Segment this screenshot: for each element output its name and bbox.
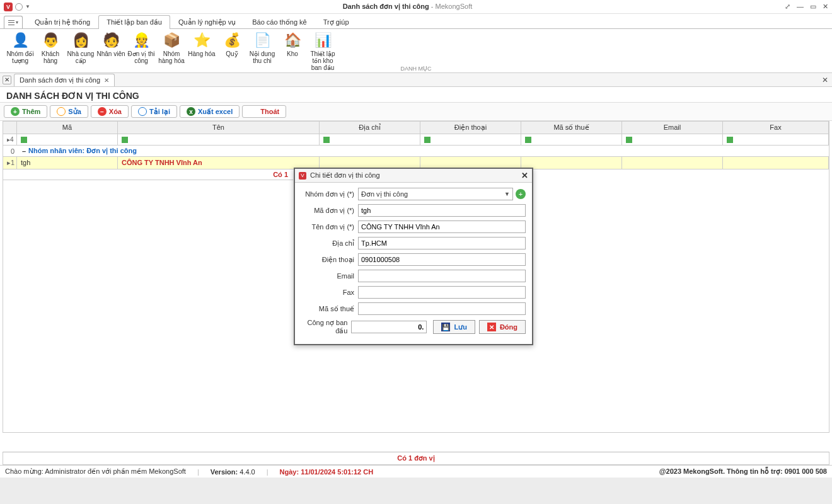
tool-nhan-vien[interactable]: 🧑Nhân viên: [96, 32, 126, 71]
dialog-close-icon[interactable]: ✕: [521, 171, 528, 180]
ten-input[interactable]: [358, 220, 526, 233]
export-excel-button[interactable]: xXuất excel: [180, 105, 240, 118]
doctab-danh-sach[interactable]: Danh sách đơn vị thi công ✕: [14, 74, 115, 86]
inventory-icon: 📊: [314, 32, 332, 49]
ribbon-toolbar: 👤Nhóm đối tượng 👨Khách hàng 👩Nhà cung cấ…: [0, 29, 832, 73]
maximize-icon[interactable]: ▭: [810, 3, 816, 11]
tool-kho[interactable]: 🏠Kho: [277, 32, 308, 71]
tab-quan-ly[interactable]: Quản lý nghiệp vụ: [170, 15, 244, 29]
status-date: 11/01/2024 5:01:12 CH: [301, 468, 373, 476]
col-ten[interactable]: Tên: [118, 122, 320, 134]
tool-hang-hoa[interactable]: ⭐Hàng hóa: [187, 32, 217, 71]
version-label: Version:: [211, 468, 238, 476]
fullscreen-icon[interactable]: ⤢: [785, 3, 790, 11]
plus-icon: +: [11, 107, 20, 116]
tab-quan-tri[interactable]: Quản trị hệ thống: [26, 15, 98, 29]
close-all-tabs-icon[interactable]: ✕: [3, 76, 11, 84]
product-group-icon: 📦: [163, 32, 180, 49]
desktop-background: [0, 478, 832, 504]
delete-button[interactable]: –Xóa: [91, 105, 129, 118]
cell-email: [622, 157, 723, 169]
tabs-close-right-icon[interactable]: ✕: [822, 76, 828, 84]
doctab-close-icon[interactable]: ✕: [104, 77, 109, 84]
filter-diachi[interactable]: [320, 134, 420, 145]
filter-dt[interactable]: [420, 134, 521, 145]
tool-nhom-hang-hoa[interactable]: 📦Nhóm hàng hóa: [156, 32, 187, 71]
tab-thiet-lap[interactable]: Thiết lập ban đầu: [98, 15, 170, 29]
action-bar: +Thêm ✎Sửa –Xóa ⟳Tải lại xXuất excel ↪Th…: [0, 102, 832, 121]
tool-noi-dung-thu-chi[interactable]: 📄Nội dung thu chi: [247, 32, 277, 71]
tool-nha-cung-cap[interactable]: 👩Nhà cung cấp: [66, 32, 96, 71]
add-button[interactable]: +Thêm: [4, 105, 47, 118]
lbl-fax: Fax: [301, 289, 358, 296]
cell-ma: tgh: [17, 157, 118, 169]
filter-icon: [525, 137, 531, 143]
warehouse-icon: 🏠: [284, 32, 301, 49]
quick-access-caret-icon[interactable]: ▼: [25, 4, 30, 9]
dt-input[interactable]: [358, 253, 526, 266]
filter-icon: [21, 137, 27, 143]
contractor-icon: 👷: [132, 32, 150, 49]
row-handle-col: [3, 122, 17, 134]
filter-fax[interactable]: [723, 134, 829, 145]
col-email[interactable]: Email: [622, 122, 723, 134]
edit-button[interactable]: ✎Sửa: [50, 105, 88, 118]
document-tabs: ✕ Danh sách đơn vị thi công ✕ ✕: [0, 73, 832, 87]
email-input[interactable]: [358, 270, 526, 282]
col-dien-thoai[interactable]: Điện thoại: [420, 122, 521, 134]
save-button[interactable]: 💾Lưu: [433, 320, 475, 334]
fax-input[interactable]: [358, 286, 526, 299]
close-button[interactable]: ✕Đóng: [479, 320, 526, 334]
reload-button[interactable]: ⟳Tải lại: [131, 105, 177, 118]
status-bar: Chào mừng: Administrator đến với phần mề…: [0, 465, 832, 478]
quick-access-dropdown[interactable]: [15, 3, 23, 11]
hamburger-icon: [8, 20, 14, 25]
excel-icon: x: [187, 107, 195, 116]
tool-ton-kho[interactable]: 📊Thiết lập tồn kho ban đầu: [308, 32, 338, 71]
tool-don-vi-thi-cong[interactable]: 👷Đơn vị thi công: [126, 32, 156, 71]
diachi-input[interactable]: [358, 237, 526, 249]
grid-filter-row: ▸4: [3, 134, 829, 146]
reload-icon: ⟳: [138, 107, 147, 116]
filter-handle: ▸4: [3, 134, 17, 145]
filter-ma[interactable]: [17, 134, 118, 145]
add-nhom-icon[interactable]: +: [516, 189, 526, 199]
minimize-icon[interactable]: —: [797, 3, 804, 11]
lbl-congno: Công nợ ban đầu: [301, 319, 351, 335]
status-welcome: Chào mừng: Administrator đến với phần mề…: [5, 467, 186, 476]
fund-icon: 💰: [223, 32, 241, 49]
minus-icon: –: [98, 107, 107, 116]
supplier-icon: 👩: [72, 32, 90, 49]
filter-mst[interactable]: [521, 134, 622, 145]
app-logo-icon: V: [4, 3, 13, 11]
dialog-titlebar[interactable]: V Chi tiết đơn vị thi công ✕: [295, 169, 532, 183]
ma-input[interactable]: [358, 204, 526, 217]
tool-quy[interactable]: 💰Quỹ: [217, 32, 247, 71]
lbl-email: Email: [301, 272, 358, 280]
filter-ten[interactable]: [118, 134, 320, 145]
close-window-icon[interactable]: ✕: [823, 3, 828, 11]
file-menu-button[interactable]: ▾: [4, 16, 23, 28]
cell-mst: [521, 157, 622, 169]
dropdown-icon: ▼: [504, 191, 510, 197]
close-icon: ✕: [487, 323, 496, 331]
tab-tro-giup[interactable]: Trợ giúp: [315, 15, 357, 29]
group-row[interactable]: 0 – Nhóm nhân viên: Đơn vị thi công: [3, 146, 829, 157]
tool-nhom-doi-tuong[interactable]: 👤Nhóm đối tượng: [5, 32, 35, 71]
collapse-icon[interactable]: –: [20, 147, 28, 155]
exit-button[interactable]: ↪Thoát: [242, 105, 286, 118]
filter-email[interactable]: [622, 134, 723, 145]
nhom-select[interactable]: Đơn vị thi công ▼: [358, 188, 513, 200]
col-ma[interactable]: Mã: [17, 122, 118, 134]
lbl-diachi: Địa chỉ: [301, 239, 358, 248]
receipt-icon: 📄: [253, 32, 271, 49]
group-label: Nhóm nhân viên: Đơn vị thi công: [28, 147, 137, 155]
col-mst[interactable]: Mã số thuế: [521, 122, 622, 134]
tab-bao-cao[interactable]: Báo cáo thống kê: [244, 15, 315, 29]
tool-khach-hang[interactable]: 👨Khách hàng: [35, 32, 66, 71]
congno-input[interactable]: [351, 321, 427, 333]
col-fax[interactable]: Fax: [723, 122, 829, 134]
mst-input[interactable]: [358, 302, 526, 315]
col-diachi[interactable]: Địa chỉ: [320, 122, 420, 134]
version-value: 4.4.0: [240, 468, 255, 476]
